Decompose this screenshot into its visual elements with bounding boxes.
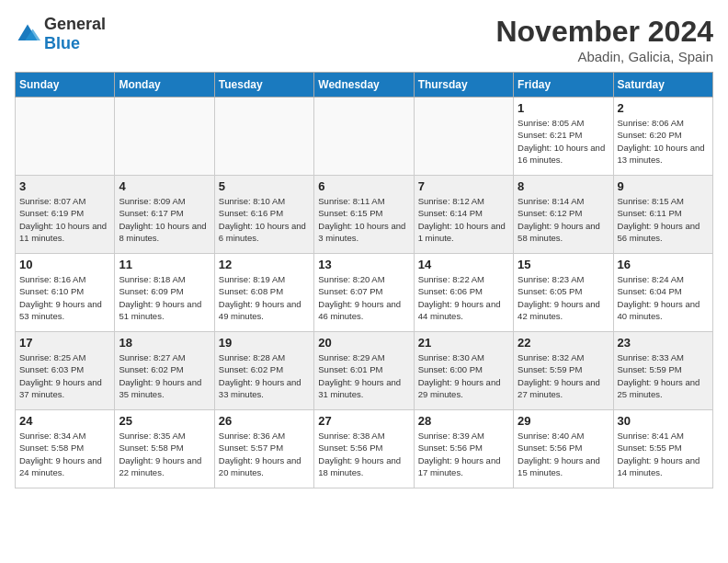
day-info: Sunrise: 8:35 AM Sunset: 5:58 PM Dayligh… xyxy=(119,430,210,478)
day-info: Sunrise: 8:39 AM Sunset: 5:56 PM Dayligh… xyxy=(418,430,509,478)
day-number: 3 xyxy=(19,179,110,193)
calendar-cell: 28Sunrise: 8:39 AM Sunset: 5:56 PM Dayli… xyxy=(414,410,513,488)
day-number: 4 xyxy=(119,179,210,193)
day-number: 20 xyxy=(318,336,409,350)
day-info: Sunrise: 8:06 AM Sunset: 6:20 PM Dayligh… xyxy=(618,117,709,166)
calendar-cell: 3Sunrise: 8:07 AM Sunset: 6:19 PM Daylig… xyxy=(16,176,115,254)
weekday-header-row: SundayMondayTuesdayWednesdayThursdayFrid… xyxy=(16,73,713,98)
day-info: Sunrise: 8:30 AM Sunset: 6:00 PM Dayligh… xyxy=(418,351,509,400)
day-number: 7 xyxy=(418,179,509,193)
calendar-table: SundayMondayTuesdayWednesdayThursdayFrid… xyxy=(15,72,713,488)
day-info: Sunrise: 8:23 AM Sunset: 6:05 PM Dayligh… xyxy=(518,273,609,322)
day-number: 21 xyxy=(418,336,509,350)
day-number: 29 xyxy=(518,414,609,428)
day-info: Sunrise: 8:14 AM Sunset: 6:12 PM Dayligh… xyxy=(518,195,609,244)
day-number: 23 xyxy=(618,336,709,350)
day-info: Sunrise: 8:18 AM Sunset: 6:09 PM Dayligh… xyxy=(119,273,210,322)
calendar-cell: 4Sunrise: 8:09 AM Sunset: 6:17 PM Daylig… xyxy=(115,176,214,254)
day-info: Sunrise: 8:10 AM Sunset: 6:16 PM Dayligh… xyxy=(219,195,310,244)
day-number: 9 xyxy=(618,179,709,193)
weekday-header: Wednesday xyxy=(314,73,414,98)
weekday-header: Tuesday xyxy=(214,73,313,98)
calendar-week-row: 3Sunrise: 8:07 AM Sunset: 6:19 PM Daylig… xyxy=(16,176,713,254)
day-info: Sunrise: 8:28 AM Sunset: 6:02 PM Dayligh… xyxy=(219,351,310,400)
weekday-header: Thursday xyxy=(414,73,513,98)
calendar-cell: 18Sunrise: 8:27 AM Sunset: 6:02 PM Dayli… xyxy=(115,332,214,410)
day-info: Sunrise: 8:16 AM Sunset: 6:10 PM Dayligh… xyxy=(19,273,110,322)
weekday-header: Friday xyxy=(514,73,613,98)
day-number: 8 xyxy=(518,179,609,193)
day-number: 25 xyxy=(119,414,210,428)
calendar-cell: 6Sunrise: 8:11 AM Sunset: 6:15 PM Daylig… xyxy=(314,176,414,254)
day-info: Sunrise: 8:38 AM Sunset: 5:56 PM Dayligh… xyxy=(318,430,409,478)
day-number: 27 xyxy=(318,414,409,428)
title-block: November 2024 Abadin, Galicia, Spain xyxy=(495,15,713,64)
calendar-cell: 12Sunrise: 8:19 AM Sunset: 6:08 PM Dayli… xyxy=(214,254,313,332)
calendar-cell: 30Sunrise: 8:41 AM Sunset: 5:55 PM Dayli… xyxy=(613,410,712,488)
day-info: Sunrise: 8:40 AM Sunset: 5:56 PM Dayligh… xyxy=(518,430,609,478)
day-number: 22 xyxy=(518,336,609,350)
calendar-cell: 14Sunrise: 8:22 AM Sunset: 6:06 PM Dayli… xyxy=(414,254,513,332)
weekday-header: Sunday xyxy=(16,73,115,98)
day-number: 6 xyxy=(318,179,409,193)
calendar-cell: 19Sunrise: 8:28 AM Sunset: 6:02 PM Dayli… xyxy=(214,332,313,410)
day-info: Sunrise: 8:22 AM Sunset: 6:06 PM Dayligh… xyxy=(418,273,509,322)
calendar-cell: 16Sunrise: 8:24 AM Sunset: 6:04 PM Dayli… xyxy=(613,254,712,332)
calendar-week-row: 10Sunrise: 8:16 AM Sunset: 6:10 PM Dayli… xyxy=(16,254,713,332)
day-number: 10 xyxy=(19,258,110,271)
logo-icon xyxy=(15,21,40,47)
calendar-week-row: 24Sunrise: 8:34 AM Sunset: 5:58 PM Dayli… xyxy=(16,410,713,488)
day-info: Sunrise: 8:32 AM Sunset: 5:59 PM Dayligh… xyxy=(518,351,609,400)
logo-blue: Blue xyxy=(44,34,80,52)
calendar-week-row: 1Sunrise: 8:05 AM Sunset: 6:21 PM Daylig… xyxy=(16,98,713,176)
page-header: General Blue November 2024 Abadin, Galic… xyxy=(15,15,713,64)
calendar-cell xyxy=(16,98,115,176)
calendar-cell xyxy=(314,98,414,176)
day-info: Sunrise: 8:19 AM Sunset: 6:08 PM Dayligh… xyxy=(219,273,310,322)
day-info: Sunrise: 8:36 AM Sunset: 5:57 PM Dayligh… xyxy=(219,430,310,478)
logo: General Blue xyxy=(15,15,106,53)
day-number: 15 xyxy=(518,258,609,271)
day-info: Sunrise: 8:25 AM Sunset: 6:03 PM Dayligh… xyxy=(19,351,110,400)
calendar-cell: 24Sunrise: 8:34 AM Sunset: 5:58 PM Dayli… xyxy=(16,410,115,488)
calendar-cell xyxy=(214,98,313,176)
calendar-cell xyxy=(115,98,214,176)
calendar-cell: 10Sunrise: 8:16 AM Sunset: 6:10 PM Dayli… xyxy=(16,254,115,332)
day-number: 1 xyxy=(518,101,609,115)
day-info: Sunrise: 8:09 AM Sunset: 6:17 PM Dayligh… xyxy=(119,195,210,244)
day-number: 30 xyxy=(618,414,709,428)
day-number: 18 xyxy=(119,336,210,350)
day-info: Sunrise: 8:41 AM Sunset: 5:55 PM Dayligh… xyxy=(618,430,709,478)
calendar-cell: 25Sunrise: 8:35 AM Sunset: 5:58 PM Dayli… xyxy=(115,410,214,488)
calendar-cell: 26Sunrise: 8:36 AM Sunset: 5:57 PM Dayli… xyxy=(214,410,313,488)
day-info: Sunrise: 8:33 AM Sunset: 5:59 PM Dayligh… xyxy=(618,351,709,400)
calendar-cell: 22Sunrise: 8:32 AM Sunset: 5:59 PM Dayli… xyxy=(514,332,613,410)
day-info: Sunrise: 8:05 AM Sunset: 6:21 PM Dayligh… xyxy=(518,117,609,166)
calendar-cell: 9Sunrise: 8:15 AM Sunset: 6:11 PM Daylig… xyxy=(613,176,712,254)
day-info: Sunrise: 8:12 AM Sunset: 6:14 PM Dayligh… xyxy=(418,195,509,244)
month-title: November 2024 xyxy=(495,15,713,49)
logo-general: General xyxy=(44,15,106,33)
day-info: Sunrise: 8:07 AM Sunset: 6:19 PM Dayligh… xyxy=(19,195,110,244)
calendar-cell xyxy=(414,98,513,176)
day-info: Sunrise: 8:24 AM Sunset: 6:04 PM Dayligh… xyxy=(618,273,709,322)
calendar-cell: 1Sunrise: 8:05 AM Sunset: 6:21 PM Daylig… xyxy=(514,98,613,176)
day-info: Sunrise: 8:15 AM Sunset: 6:11 PM Dayligh… xyxy=(618,195,709,244)
day-info: Sunrise: 8:20 AM Sunset: 6:07 PM Dayligh… xyxy=(318,273,409,322)
calendar-week-row: 17Sunrise: 8:25 AM Sunset: 6:03 PM Dayli… xyxy=(16,332,713,410)
day-number: 26 xyxy=(219,414,310,428)
day-number: 5 xyxy=(219,179,310,193)
day-info: Sunrise: 8:11 AM Sunset: 6:15 PM Dayligh… xyxy=(318,195,409,244)
day-number: 17 xyxy=(19,336,110,350)
calendar-cell: 7Sunrise: 8:12 AM Sunset: 6:14 PM Daylig… xyxy=(414,176,513,254)
calendar-cell: 20Sunrise: 8:29 AM Sunset: 6:01 PM Dayli… xyxy=(314,332,414,410)
weekday-header: Monday xyxy=(115,73,214,98)
calendar-cell: 21Sunrise: 8:30 AM Sunset: 6:00 PM Dayli… xyxy=(414,332,513,410)
day-info: Sunrise: 8:27 AM Sunset: 6:02 PM Dayligh… xyxy=(119,351,210,400)
day-info: Sunrise: 8:34 AM Sunset: 5:58 PM Dayligh… xyxy=(19,430,110,478)
calendar-cell: 11Sunrise: 8:18 AM Sunset: 6:09 PM Dayli… xyxy=(115,254,214,332)
calendar-cell: 17Sunrise: 8:25 AM Sunset: 6:03 PM Dayli… xyxy=(16,332,115,410)
day-number: 19 xyxy=(219,336,310,350)
calendar-cell: 27Sunrise: 8:38 AM Sunset: 5:56 PM Dayli… xyxy=(314,410,414,488)
day-number: 11 xyxy=(119,258,210,271)
